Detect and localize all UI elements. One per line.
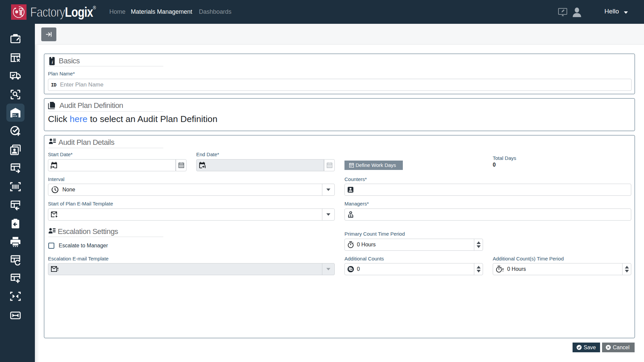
- svg-text:i: i: [52, 60, 53, 65]
